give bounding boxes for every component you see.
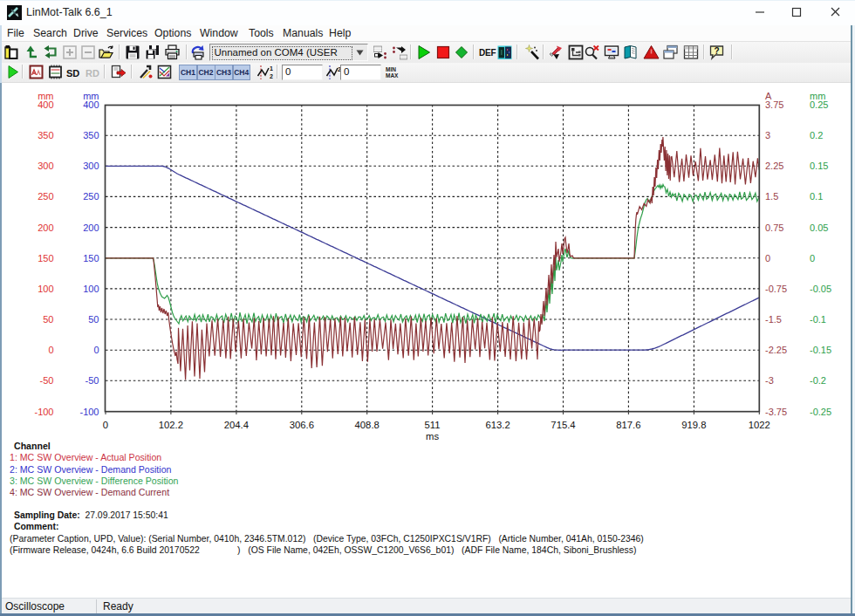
svg-text:204.4: 204.4 — [224, 420, 249, 430]
svg-text:0.75: 0.75 — [765, 222, 783, 233]
svg-text:0: 0 — [93, 345, 99, 355]
svg-text:817.6: 817.6 — [616, 420, 640, 430]
svg-text:200: 200 — [38, 222, 53, 233]
svg-text:-0.1: -0.1 — [810, 314, 826, 325]
svg-text:100: 100 — [83, 284, 99, 294]
svg-text:300: 300 — [38, 161, 53, 171]
svg-text:-50: -50 — [40, 375, 54, 386]
svg-text:2.25: 2.25 — [765, 161, 783, 171]
svg-text:250: 250 — [83, 191, 99, 202]
svg-text:0.05: 0.05 — [810, 222, 828, 233]
svg-text:200: 200 — [83, 222, 99, 233]
svg-text:150: 150 — [83, 253, 99, 264]
svg-text:-0.2: -0.2 — [810, 375, 826, 386]
svg-text:1.5: 1.5 — [765, 191, 778, 202]
svg-text:306.6: 306.6 — [290, 420, 314, 430]
svg-text:250: 250 — [38, 191, 53, 202]
svg-text:-0.25: -0.25 — [810, 407, 831, 417]
svg-text:400: 400 — [38, 99, 53, 110]
svg-text:0.25: 0.25 — [810, 99, 828, 110]
svg-text:0: 0 — [765, 253, 770, 264]
svg-text:-100: -100 — [79, 407, 99, 417]
svg-text:-1.5: -1.5 — [765, 314, 782, 325]
svg-text:350: 350 — [38, 130, 53, 140]
svg-text:50: 50 — [88, 314, 99, 325]
svg-text:-100: -100 — [34, 407, 53, 417]
svg-text:400: 400 — [83, 99, 99, 110]
svg-text:3: 3 — [765, 130, 770, 140]
svg-text:511: 511 — [425, 420, 441, 430]
svg-text:-0.15: -0.15 — [810, 345, 831, 355]
svg-text:100: 100 — [38, 284, 53, 294]
svg-text:0: 0 — [48, 345, 53, 355]
svg-text:50: 50 — [43, 314, 53, 325]
svg-text:-3.75: -3.75 — [765, 407, 787, 417]
svg-text:0: 0 — [103, 420, 108, 430]
svg-text:613.2: 613.2 — [485, 420, 510, 430]
svg-text:1022: 1022 — [749, 420, 770, 430]
svg-text:300: 300 — [83, 161, 99, 171]
svg-text:3.75: 3.75 — [765, 99, 783, 110]
svg-text:919.8: 919.8 — [681, 420, 706, 430]
svg-text:-0.75: -0.75 — [765, 284, 787, 294]
svg-text:-2.25: -2.25 — [765, 345, 787, 355]
svg-text:0.15: 0.15 — [810, 161, 828, 171]
svg-text:350: 350 — [83, 130, 99, 140]
svg-text:-50: -50 — [86, 375, 99, 386]
svg-text:0: 0 — [810, 253, 815, 264]
svg-text:715.4: 715.4 — [551, 420, 575, 430]
svg-text:-3: -3 — [765, 375, 774, 386]
svg-text:102.2: 102.2 — [159, 420, 183, 430]
svg-text:408.8: 408.8 — [355, 420, 380, 430]
svg-text:150: 150 — [38, 253, 53, 264]
svg-text:-0.05: -0.05 — [810, 284, 831, 294]
svg-text:ms: ms — [426, 431, 439, 441]
svg-text:0.2: 0.2 — [810, 130, 823, 140]
svg-text:0.1: 0.1 — [810, 191, 823, 202]
